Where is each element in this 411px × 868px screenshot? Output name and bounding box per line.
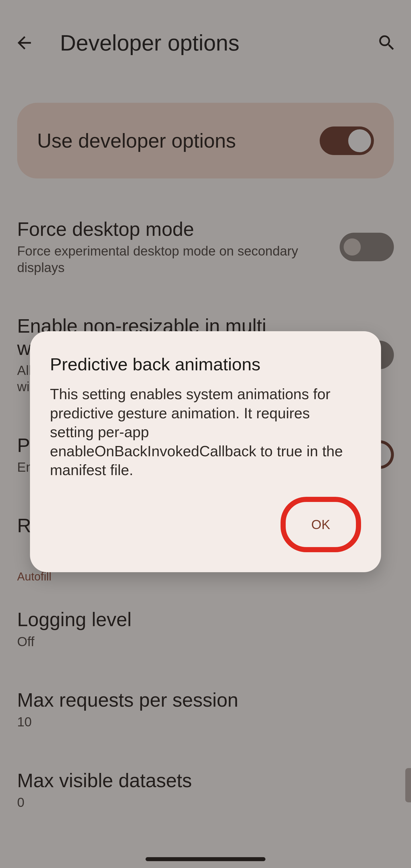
dialog-predictive-back: Predictive back animations This setting …	[30, 331, 381, 572]
dialog-actions: OK	[50, 497, 361, 552]
ok-button[interactable]: OK	[300, 508, 342, 541]
highlight-ring: OK	[281, 497, 361, 552]
dialog-title: Predictive back animations	[50, 354, 361, 374]
dialog-body: This setting enables system animations f…	[50, 384, 352, 480]
